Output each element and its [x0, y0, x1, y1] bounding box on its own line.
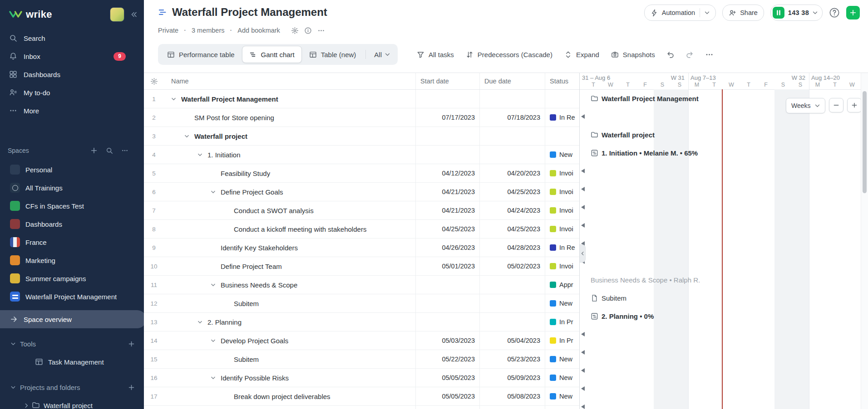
start-date-cell[interactable] [415, 127, 479, 145]
table-row[interactable]: 1Waterfall Project Management [144, 90, 579, 108]
due-date-cell[interactable] [479, 294, 545, 312]
help-button[interactable] [829, 7, 840, 18]
table-row[interactable]: 15Subitem05/22/202305/23/2023New [144, 350, 579, 369]
gantt-bar-label[interactable]: Waterfall project [591, 126, 655, 144]
gantt-bar-label[interactable]: 2. Planning • 0% [591, 307, 654, 325]
task-name-cell[interactable]: SM Post for Store opening [164, 108, 415, 127]
table-row[interactable]: 8Conduct a kickoff meeting with stakehol… [144, 220, 579, 239]
offscreen-task-marker[interactable] [581, 114, 585, 119]
due-date-cell[interactable]: 05/02/2023 [479, 257, 545, 275]
offscreen-task-marker[interactable] [581, 332, 585, 336]
sidebar-item-more[interactable]: More [0, 102, 144, 120]
sidebar-item-inbox[interactable]: Inbox9 [0, 47, 144, 65]
sidebar-section-projects[interactable]: Projects and folders [0, 378, 144, 396]
start-date-cell[interactable]: 04/25/2023 [415, 220, 479, 238]
toolbar-all-tasks[interactable]: All tasks [417, 51, 454, 58]
task-name-cell[interactable]: Feasibility Study [164, 164, 415, 182]
due-date-cell[interactable]: 04/25/2023 [479, 183, 545, 201]
offscreen-task-marker[interactable] [581, 350, 585, 355]
status-cell[interactable]: Invoi [545, 183, 579, 201]
sidebar-space-dashboards[interactable]: Dashboards [0, 215, 144, 233]
due-date-cell[interactable] [479, 313, 545, 331]
task-name-cell[interactable]: Identify Key Stakeholders [164, 239, 415, 257]
status-cell[interactable]: In Re [545, 239, 579, 257]
table-row[interactable]: 14Develop Project Goals05/03/202305/04/2… [144, 331, 579, 350]
toolbar-more-button[interactable] [705, 50, 714, 59]
offscreen-task-marker[interactable] [581, 386, 585, 391]
task-name-cell[interactable]: Break down project deliverables [164, 387, 415, 405]
status-cell[interactable]: New [545, 406, 579, 409]
task-name-cell[interactable]: Define Project Team [164, 257, 415, 275]
expand-chevron-icon[interactable] [211, 190, 221, 194]
table-row[interactable]: 5Feasibility Study04/12/202304/20/2023In… [144, 164, 579, 183]
task-name-cell[interactable]: Subitem [164, 294, 415, 312]
expand-chevron-icon[interactable] [211, 283, 221, 287]
tab-table-new[interactable]: Table (new) [302, 46, 364, 63]
gantt-zoom-dropdown[interactable]: Weeks [786, 98, 825, 113]
offscreen-task-marker[interactable] [581, 404, 585, 409]
start-date-cell[interactable]: 05/09/2023 [415, 406, 479, 409]
undo-button[interactable] [666, 50, 675, 59]
table-row[interactable]: 18Develop a project schedule05/09/202305… [144, 406, 579, 409]
sidebar-item-search[interactable]: Search [0, 29, 144, 47]
offscreen-task-marker[interactable] [581, 223, 585, 228]
status-cell[interactable]: New [545, 387, 579, 405]
status-cell[interactable]: New [545, 369, 579, 387]
status-cell[interactable]: In Re [545, 108, 579, 127]
task-name-cell[interactable]: Conduct a kickoff meeting with stakehold… [164, 220, 415, 238]
pause-button[interactable] [773, 7, 784, 19]
due-date-cell[interactable]: 04/20/2023 [479, 164, 545, 182]
start-date-cell[interactable]: 04/21/2023 [415, 201, 479, 219]
status-cell[interactable]: Invoi [545, 201, 579, 219]
due-date-cell[interactable]: 05/09/2023 [479, 369, 545, 387]
gantt-bar-label[interactable]: Subitem [591, 289, 626, 307]
column-header-status[interactable]: Status [545, 73, 579, 89]
task-name-cell[interactable]: 2. Planning [164, 313, 415, 331]
sidebar-space-personal[interactable]: Personal [0, 161, 144, 179]
status-cell[interactable]: New [545, 350, 579, 368]
task-name-cell[interactable]: Subitem [164, 350, 415, 368]
due-date-cell[interactable]: 05/08/2023 [479, 387, 545, 405]
create-button[interactable] [846, 6, 860, 19]
toolbar-predecessors-cascade[interactable]: Predecessors (Cascade) [466, 51, 552, 58]
due-date-cell[interactable]: 05/23/2023 [479, 350, 545, 368]
expand-chevron-icon[interactable] [197, 153, 207, 156]
start-date-cell[interactable]: 05/05/2023 [415, 369, 479, 387]
view-filter-dropdown[interactable]: All [368, 46, 396, 63]
start-date-cell[interactable]: 07/17/2023 [415, 108, 479, 127]
expand-chevron-icon[interactable] [171, 97, 181, 101]
sidebar-item-waterfall-project[interactable]: Waterfall project [0, 396, 144, 409]
due-date-cell[interactable]: 04/28/2023 [479, 239, 545, 257]
task-name-cell[interactable]: Conduct a SWOT analysis [164, 201, 415, 219]
sidebar-item-space-overview[interactable]: Space overview [0, 310, 144, 328]
table-row[interactable]: 17Break down project deliverables05/05/2… [144, 387, 579, 406]
start-date-cell[interactable]: 05/01/2023 [415, 257, 479, 275]
column-header-due-date[interactable]: Due date [479, 73, 545, 89]
status-cell[interactable]: New [545, 294, 579, 312]
due-date-cell[interactable] [479, 276, 545, 294]
sidebar-space-summer-campaigns[interactable]: Summer campaigns [0, 269, 144, 287]
sidebar-item-my-to-do[interactable]: My to-do [0, 83, 144, 102]
status-cell[interactable]: Invoi [545, 257, 579, 275]
user-avatar[interactable] [110, 7, 124, 22]
due-date-cell[interactable]: 05/09/2023 [479, 406, 545, 409]
status-cell[interactable]: Invoi [545, 220, 579, 238]
privacy-label[interactable]: Private [158, 27, 178, 34]
status-cell[interactable] [545, 127, 579, 145]
table-row[interactable]: 2SM Post for Store opening07/17/202307/1… [144, 108, 579, 127]
status-cell[interactable]: In Pr [545, 331, 579, 350]
toolbar-expand[interactable]: Expand [564, 51, 599, 58]
zoom-out-button[interactable] [829, 98, 843, 112]
table-row[interactable]: 41. InitiationNew [144, 146, 579, 164]
add-project-icon[interactable] [128, 384, 135, 391]
start-date-cell[interactable]: 04/26/2023 [415, 239, 479, 257]
table-row[interactable]: 3Waterfall project [144, 127, 579, 146]
offscreen-task-marker[interactable] [581, 169, 585, 173]
gantt-bar-label[interactable]: 1. Initiation • Melanie M. • 65% [591, 144, 698, 162]
gantt-body[interactable]: Waterfall Project ManagementWaterfall pr… [580, 89, 868, 409]
tab-gantt-chart[interactable]: Gantt chart [242, 46, 302, 63]
spaces-more-icon[interactable] [121, 147, 128, 154]
add-space-icon[interactable] [90, 147, 98, 154]
start-date-cell[interactable]: 05/03/2023 [415, 331, 479, 350]
start-date-cell[interactable]: 05/05/2023 [415, 387, 479, 405]
